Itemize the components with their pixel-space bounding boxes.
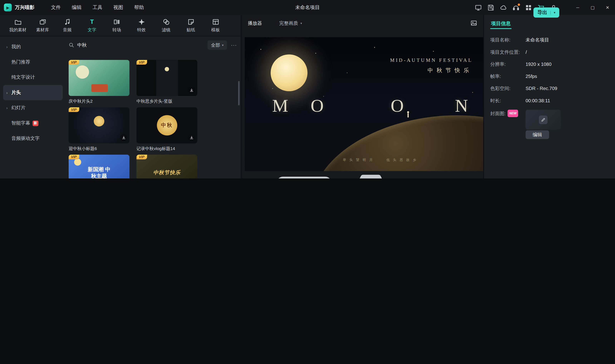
menu-编辑[interactable]: 编辑 <box>72 4 82 11</box>
preview-festival-text-en: MID-AUTUMN FESTIVAL <box>390 58 473 64</box>
scrollbar[interactable] <box>238 81 240 105</box>
thumb-text: 中秋 <box>157 115 177 135</box>
sidebar-item-我的[interactable]: ›我的 <box>3 39 63 54</box>
field-label: 分辨率: <box>490 61 526 68</box>
tab-素材库[interactable]: 素材库 <box>30 15 55 36</box>
preview-mode-icon[interactable] <box>471 20 477 26</box>
menu-bar: 文件编辑工具视图帮助 <box>51 4 144 11</box>
template-card[interactable]: 中秋节快乐VIP庆中秋标题7 <box>137 155 197 179</box>
sidebar-item-片头[interactable]: ›片头 <box>3 85 63 100</box>
search-input[interactable]: 中秋 <box>77 42 208 48</box>
preview-poem-text: 举 头 望 明 月 低 头 思 故 乡 <box>343 158 418 162</box>
new-badge: 新 <box>32 120 38 126</box>
chevron-right-icon: › <box>6 106 12 110</box>
project-info-panel: 项目信息 项目名称:未命名项目项目文件位置:/分辨率:1920 x 1080帧率… <box>484 15 615 179</box>
download-icon <box>189 135 194 140</box>
media-tab-bar: 我的素材素材库音频T文字转场特效滤镜贴纸模板 <box>0 15 241 37</box>
app-name: 万兴喵影 <box>15 4 35 11</box>
tab-特效[interactable]: 特效 <box>129 15 154 36</box>
vip-badge: VIP <box>69 107 79 112</box>
cover-row: 封面图:NEW编辑 <box>490 110 611 139</box>
chevron-right-icon: › <box>6 90 12 95</box>
download-button[interactable] <box>188 134 195 141</box>
text-icon: T <box>90 18 94 25</box>
cloud-sync-icon[interactable] <box>500 4 507 11</box>
tab-滤镜[interactable]: 滤镜 <box>154 15 179 36</box>
menu-文件[interactable]: 文件 <box>51 4 61 11</box>
field-value: 未命名项目 <box>526 37 611 44</box>
tab-转场[interactable]: 转场 <box>104 15 129 36</box>
template-thumbnail[interactable]: 新国潮 中秋主题VIP <box>69 155 129 179</box>
more-options-button[interactable]: ··· <box>231 42 237 48</box>
moon-graphic <box>271 54 308 91</box>
snapshot-icon[interactable] <box>340 169 402 179</box>
search-bar: 中秋 全部 ▾ ··· <box>69 39 237 51</box>
export-button[interactable]: 导出 ▾ <box>533 8 559 18</box>
moon-letter: M <box>272 95 288 116</box>
menu-视图[interactable]: 视图 <box>113 4 123 11</box>
export-caret-icon[interactable]: ▾ <box>550 11 555 14</box>
menu-帮助[interactable]: 帮助 <box>134 4 144 11</box>
tab-label: 滤镜 <box>162 27 170 33</box>
field-value: 00:00:38:11 <box>526 97 611 104</box>
minimize-button[interactable]: ─ <box>570 0 585 15</box>
sidebar-item-音频驱动文字[interactable]: 音频驱动文字 <box>3 131 63 146</box>
save-icon[interactable] <box>488 4 494 11</box>
quality-dropdown[interactable]: 完整画质 ▾ <box>279 20 302 26</box>
template-thumbnail[interactable]: 中秋节快乐VIP <box>137 155 197 179</box>
sidebar-item-热门推荐[interactable]: 热门推荐 <box>3 54 63 70</box>
template-card[interactable]: 中秋记录中秋vlog标题14 <box>137 107 197 155</box>
titlebar: ▶ 万兴喵影 文件编辑工具视图帮助 未命名项目 导出 ▾ ─▢✕ <box>0 0 615 15</box>
sidebar-item-幻灯片[interactable]: ›幻灯片 <box>3 100 63 116</box>
media-panel: 我的素材素材库音频T文字转场特效滤镜贴纸模板 ›我的热门推荐纯文字设计›片头›幻… <box>0 15 241 179</box>
sidebar-item-纯文字设计[interactable]: 纯文字设计 <box>3 70 63 85</box>
edit-button[interactable]: 编辑 <box>526 130 549 139</box>
download-button[interactable] <box>120 134 127 141</box>
template-thumbnail[interactable]: VIP <box>69 60 129 96</box>
template-thumbnail[interactable]: 中秋 <box>137 107 197 143</box>
player-header: 播放器 完整画质 ▾ <box>242 15 483 31</box>
thumb-text: 新国潮 中秋主题 <box>86 166 112 179</box>
support-icon[interactable] <box>513 4 519 11</box>
template-thumbnail[interactable]: VIP <box>69 107 129 143</box>
stock-icon <box>39 18 46 25</box>
apps-icon[interactable] <box>525 4 532 11</box>
template-card[interactable]: 新国潮 中秋主题VIP嫦娥奔月-新国潮中秋片头2 <box>69 155 129 179</box>
field-value: / <box>526 49 611 56</box>
transition-icon <box>113 18 120 25</box>
sidebar-item-label: 热门推荐 <box>11 59 30 65</box>
tab-文字[interactable]: T文字 <box>80 15 104 36</box>
tab-贴纸[interactable]: 贴纸 <box>179 15 203 36</box>
cover-edit-button[interactable] <box>539 115 547 124</box>
template-card[interactable]: VIP庆中秋片头2 <box>69 60 129 107</box>
app-logo-icon: ▶ <box>4 3 12 11</box>
download-button[interactable] <box>188 87 195 94</box>
maximize-button[interactable]: ▢ <box>585 0 600 15</box>
tab-模板[interactable]: 模板 <box>203 15 228 36</box>
chevron-down-icon: ▾ <box>300 21 302 25</box>
tab-我的素材[interactable]: 我的素材 <box>6 15 30 36</box>
cover-thumbnail[interactable] <box>526 110 561 130</box>
vip-badge: VIP <box>69 60 79 65</box>
window-controls: ─▢✕ <box>570 0 615 15</box>
volume-icon[interactable] <box>406 169 468 179</box>
field-value: 1920 x 1080 <box>526 61 611 68</box>
sidebar-item-智能字幕[interactable]: 智能字幕新 <box>3 116 63 131</box>
close-button[interactable]: ✕ <box>600 0 615 15</box>
tab-label: 转场 <box>112 27 121 33</box>
template-card[interactable]: VIP迎中秋小标题6 <box>69 107 129 155</box>
sidebar-item-label: 智能字幕 <box>11 120 30 127</box>
menu-工具[interactable]: 工具 <box>93 4 102 11</box>
tab-音频[interactable]: 音频 <box>55 15 80 36</box>
tab-project-info[interactable]: 项目信息 <box>490 19 511 29</box>
template-thumbnail[interactable]: VIP <box>137 60 197 96</box>
tab-label: 贴纸 <box>186 27 195 33</box>
video-preview[interactable]: MID-AUTUMN FESTIVAL 中秋节快乐 MOON 举 头 望 明 月… <box>245 37 483 171</box>
project-info-row: 项目名称:未命名项目 <box>490 37 611 44</box>
second-monitor-icon[interactable] <box>273 169 335 179</box>
display-icon[interactable] <box>475 4 482 11</box>
filter-icon <box>163 18 170 25</box>
moon-letter: N <box>455 95 468 116</box>
filter-dropdown[interactable]: 全部 ▾ <box>208 40 227 50</box>
template-card[interactable]: VIP中秋思乡片头-竖版 <box>137 60 197 107</box>
